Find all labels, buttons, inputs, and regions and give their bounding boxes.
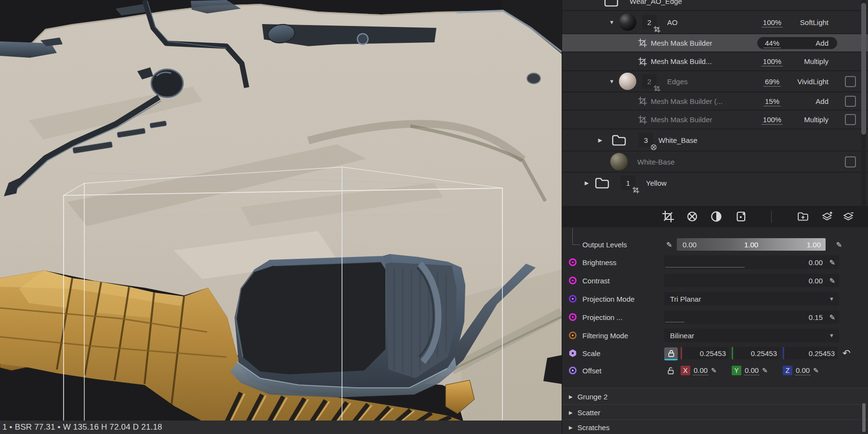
layer-label: Yellow [646,179,667,187]
layer-row-mesh-mask-build[interactable]: Mesh Mask Build... 100% Multiply [562,52,868,70]
scale-x-field[interactable]: 0.25453 [681,347,729,359]
layer-row-mesh-mask-builder-2[interactable]: Mesh Mask Builder (... 15% Add [562,92,868,110]
offset-x-value[interactable]: 0.00 [693,366,709,375]
properties-scrollbar-thumb[interactable] [862,403,866,432]
contrast-row: Contrast 0.00 ✎ [562,272,868,289]
layer-opacity-field[interactable]: 44% [757,39,787,47]
scale-row: Scale 0.25453 0.25453 0.25453 ↶ [562,345,868,361]
offset-row: Offset X 0.00 ✎ Y 0.00 ✎ Z 0.00 ✎ [562,363,868,378]
scale-z-value[interactable]: 0.25453 [809,349,835,357]
add-folder-icon[interactable] [797,211,809,222]
visibility-checkbox[interactable] [845,114,856,125]
projection-mode-label: Projection Mode [582,295,634,303]
add-levels-icon[interactable] [710,211,722,222]
scale-x-value[interactable]: 0.25453 [700,349,726,357]
layer-row-white-base-folder[interactable]: ▶ 3 White_Base [562,129,868,151]
layer-row-mesh-mask-builder-selected[interactable]: Mesh Mask Builder 44% Add [562,34,868,51]
brightness-value[interactable]: 0.00 [809,258,823,267]
layer-opacity-field[interactable]: 100% [757,57,787,65]
viewport-3d[interactable]: 1 • BSR 77.31 • W 135.16 H 72.04 D 21.18 [0,0,562,434]
contrast-value[interactable]: 0.00 [809,277,823,285]
section-grunge-2[interactable]: ▶ Grunge 2 [562,388,868,405]
scale-y-field[interactable]: 0.25453 [732,347,780,359]
brightness-slider[interactable]: 0.00 ✎ [664,255,839,269]
layer-opacity-field[interactable]: 69% [757,77,787,86]
contrast-slider[interactable]: 0.00 ✎ [664,274,839,287]
chevron-down-icon[interactable]: ▼ [607,78,616,84]
offset-z-value[interactable]: 0.00 [795,366,811,375]
layer-opacity-field[interactable]: 100% [757,18,787,26]
levels-low-value[interactable]: 0.00 [683,241,697,249]
channel-dot-icon[interactable] [569,258,577,266]
projection-value[interactable]: 0.15 [809,313,823,321]
lock-icon[interactable] [664,347,678,360]
section-scratches[interactable]: ▶ Scratches [562,420,868,434]
visibility-checkbox[interactable] [845,156,856,167]
add-smart-material-icon[interactable] [736,211,747,222]
scale-y-value[interactable]: 0.25453 [751,349,777,357]
layer-blend-mode[interactable]: VividLight [787,77,837,86]
tree-line [572,228,573,244]
mesh-stats-text: 1 • BSR 77.31 • W 135.16 H 72.04 D 21.18 [2,422,162,432]
channel-dot-icon[interactable] [569,277,577,284]
channel-dot-icon[interactable] [569,367,577,374]
layer-label: Mesh Mask Builder (... [651,97,723,105]
reset-icon[interactable]: ↶ [842,347,851,359]
channel-dot-icon[interactable] [569,313,577,321]
visibility-checkbox[interactable] [845,96,856,107]
channel-dot-icon[interactable] [569,332,577,339]
section-scatter[interactable]: ▶ Scatter [562,404,868,420]
tree-line [572,244,580,245]
viewport-3d-render[interactable] [0,0,562,434]
offset-z-group[interactable]: Z 0.00 ✎ [783,366,819,375]
layer-row-white-base[interactable]: White-Base [562,152,868,172]
eyedropper-icon[interactable]: ✎ [711,367,717,374]
add-effect-icon[interactable] [686,211,698,222]
layer-row-clipped[interactable]: Wear_AO_Edge [562,0,868,11]
projection-row: Projection ... 0.15 ✎ [562,309,868,325]
scale-z-field[interactable]: 0.25453 [783,347,838,359]
levels-mid-value[interactable]: 1.00 [744,241,758,249]
layer-blend-mode[interactable]: Multiply [787,115,837,124]
layer-row-ao[interactable]: ▼ 2 AO 100% SoftLight [562,11,868,33]
layer-thumbnail[interactable] [619,13,636,31]
chevron-right-icon[interactable]: ▶ [582,180,591,186]
eyedropper-icon[interactable]: ✎ [829,277,835,284]
layers-scrollbar-thumb[interactable] [861,3,866,135]
filtering-mode-dropdown[interactable]: Bilinear ▼ [664,329,839,342]
offset-x-group[interactable]: X 0.00 ✎ [681,366,717,375]
add-layer-icon[interactable] [821,211,833,222]
unlock-icon[interactable] [665,365,676,376]
channel-dot-icon[interactable] [569,349,577,357]
layer-thumbnail[interactable] [619,73,636,90]
visibility-checkbox[interactable] [845,76,856,87]
layer-blend-mode[interactable]: Add [787,39,837,47]
chevron-right-icon[interactable]: ▶ [596,137,605,143]
eyedropper-icon[interactable]: ✎ [829,259,835,266]
offset-y-value[interactable]: 0.00 [744,366,760,375]
projection-mode-dropdown[interactable]: Tri Planar ▼ [664,292,839,306]
layer-row-mesh-mask-builder-3[interactable]: Mesh Mask Builder 100% Multiply [562,111,868,128]
output-levels-slider[interactable]: 0.00 1.00 1.00 [677,238,826,251]
layer-blend-mode[interactable]: Multiply [787,57,837,65]
eyedropper-icon[interactable]: ✎ [813,367,819,374]
channel-dot-icon[interactable] [569,295,577,303]
eyedropper-icon[interactable]: ✎ [829,314,835,321]
layer-blend-mode[interactable]: Add [787,97,837,105]
layer-thumbnail[interactable] [610,153,628,170]
eyedropper-icon[interactable]: ✎ [666,241,672,248]
remove-layer-icon[interactable] [842,211,854,222]
offset-y-group[interactable]: Y 0.00 ✎ [732,366,768,375]
levels-high-value[interactable]: 1.00 [807,241,821,249]
add-mask-icon[interactable] [662,211,674,222]
layer-opacity-field[interactable]: 15% [757,97,787,105]
eyedropper-icon[interactable]: ✎ [762,367,768,374]
section-label: Scratches [578,423,610,432]
eyedropper-icon[interactable]: ✎ [836,241,842,248]
chevron-down-icon[interactable]: ▼ [607,19,616,25]
layer-blend-mode[interactable]: SoftLight [787,18,837,26]
layer-row-edges[interactable]: ▼ 2 Edges 69% VividLight [562,71,868,91]
layer-row-yellow-folder[interactable]: ▶ 1 Yellow [562,173,868,193]
projection-slider[interactable]: 0.15 ✎ [664,310,839,324]
layer-opacity-field[interactable]: 100% [757,115,787,124]
